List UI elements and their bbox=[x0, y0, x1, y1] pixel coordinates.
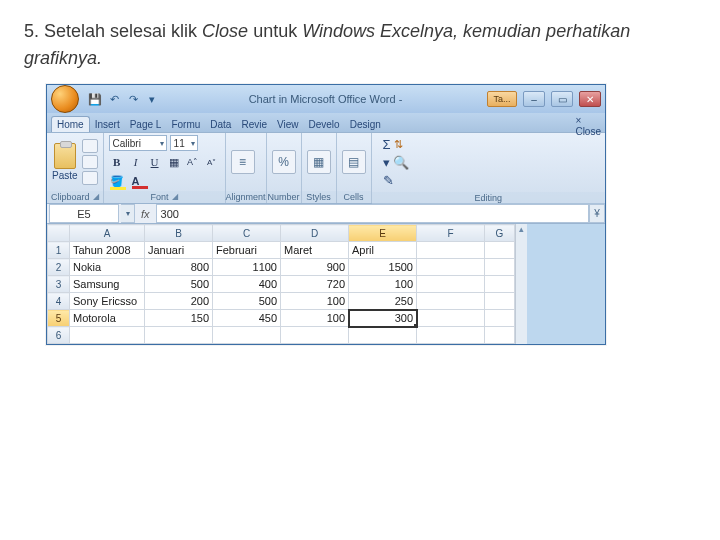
cell[interactable]: Tahun 2008 bbox=[70, 242, 145, 259]
cell[interactable]: 1100 bbox=[213, 259, 281, 276]
font-size-select[interactable]: 11 bbox=[170, 135, 198, 151]
styles-icon[interactable]: ▦ bbox=[307, 150, 331, 174]
cell[interactable] bbox=[417, 310, 485, 327]
copy-button[interactable] bbox=[82, 155, 98, 169]
redo-icon[interactable]: ↷ bbox=[125, 91, 141, 107]
tab-developer[interactable]: Develo bbox=[304, 117, 345, 132]
format-painter-button[interactable] bbox=[82, 171, 98, 185]
paste-button[interactable]: Paste bbox=[52, 143, 78, 181]
formula-bar-expand-icon[interactable]: ¥ bbox=[589, 204, 605, 223]
clear-icon[interactable]: ✎ bbox=[383, 173, 394, 188]
tab-insert[interactable]: Insert bbox=[90, 117, 125, 132]
cell[interactable]: 800 bbox=[145, 259, 213, 276]
font-name-select[interactable]: Calibri bbox=[109, 135, 167, 151]
grow-font-button[interactable]: A˄ bbox=[185, 154, 201, 170]
maximize-button[interactable]: ▭ bbox=[551, 91, 573, 107]
fill-icon[interactable]: ▾ bbox=[383, 155, 390, 170]
col-header-b[interactable]: B bbox=[145, 225, 213, 242]
cut-button[interactable] bbox=[82, 139, 98, 153]
cell[interactable]: Nokia bbox=[70, 259, 145, 276]
cell[interactable]: Sony Ericsso bbox=[70, 293, 145, 310]
cell[interactable]: Motorola bbox=[70, 310, 145, 327]
selected-cell[interactable]: 300 bbox=[349, 310, 417, 327]
tab-page-layout[interactable]: Page L bbox=[125, 117, 167, 132]
row-header-2[interactable]: 2 bbox=[48, 259, 70, 276]
cell[interactable]: 100 bbox=[281, 310, 349, 327]
name-box[interactable]: E5 bbox=[49, 204, 119, 223]
cell[interactable]: Februari bbox=[213, 242, 281, 259]
window-close-button[interactable]: ✕ bbox=[579, 91, 601, 107]
underline-button[interactable]: U bbox=[147, 154, 163, 170]
cell[interactable] bbox=[70, 327, 145, 344]
cell[interactable] bbox=[485, 242, 515, 259]
row-header-4[interactable]: 4 bbox=[48, 293, 70, 310]
tab-formulas[interactable]: Formu bbox=[166, 117, 205, 132]
fx-icon[interactable]: fx bbox=[135, 208, 156, 220]
border-button[interactable]: ▦ bbox=[166, 154, 182, 170]
ribbon-close-area[interactable]: × Close bbox=[575, 115, 601, 137]
cell[interactable] bbox=[417, 276, 485, 293]
cell[interactable] bbox=[485, 276, 515, 293]
cell[interactable] bbox=[485, 327, 515, 344]
undo-icon[interactable]: ↶ bbox=[106, 91, 122, 107]
alignment-icon[interactable]: ≡ bbox=[231, 150, 255, 174]
spreadsheet-grid[interactable]: A B C D E F G 1 Tahun 2008 Januari Febru… bbox=[47, 224, 515, 344]
shrink-font-button[interactable]: A˅ bbox=[204, 154, 220, 170]
cell[interactable]: 500 bbox=[213, 293, 281, 310]
save-icon[interactable]: 💾 bbox=[87, 91, 103, 107]
cell[interactable]: 150 bbox=[145, 310, 213, 327]
sort-filter-icon[interactable]: ⇅ bbox=[394, 138, 403, 151]
tab-data[interactable]: Data bbox=[205, 117, 236, 132]
number-format-icon[interactable]: % bbox=[272, 150, 296, 174]
office-button[interactable] bbox=[51, 85, 79, 113]
row-header-6[interactable]: 6 bbox=[48, 327, 70, 344]
cell[interactable] bbox=[281, 327, 349, 344]
cell[interactable]: 250 bbox=[349, 293, 417, 310]
cell[interactable]: April bbox=[349, 242, 417, 259]
cell[interactable]: 450 bbox=[213, 310, 281, 327]
row-header-3[interactable]: 3 bbox=[48, 276, 70, 293]
col-header-d[interactable]: D bbox=[281, 225, 349, 242]
cell[interactable] bbox=[417, 293, 485, 310]
cells-icon[interactable]: ▤ bbox=[342, 150, 366, 174]
minimize-button[interactable]: – bbox=[523, 91, 545, 107]
cell[interactable] bbox=[485, 259, 515, 276]
col-header-c[interactable]: C bbox=[213, 225, 281, 242]
tab-review[interactable]: Revie bbox=[236, 117, 272, 132]
ta-button[interactable]: Ta... bbox=[487, 91, 517, 107]
fill-color-button[interactable]: 🪣 bbox=[109, 173, 125, 189]
find-icon[interactable]: 🔍 bbox=[393, 155, 409, 170]
cell[interactable]: Januari bbox=[145, 242, 213, 259]
formula-input[interactable]: 300 bbox=[156, 204, 589, 223]
font-color-button[interactable]: A bbox=[128, 173, 144, 189]
cell[interactable] bbox=[417, 242, 485, 259]
name-box-dropdown-icon[interactable]: ▾ bbox=[121, 204, 135, 223]
col-header-a[interactable]: A bbox=[70, 225, 145, 242]
bold-button[interactable]: B bbox=[109, 154, 125, 170]
cell[interactable]: 100 bbox=[349, 276, 417, 293]
font-launcher-icon[interactable]: ◢ bbox=[172, 192, 178, 202]
tab-design[interactable]: Design bbox=[345, 117, 386, 132]
autosum-icon[interactable]: Σ bbox=[383, 137, 391, 152]
col-header-g[interactable]: G bbox=[485, 225, 515, 242]
col-header-e[interactable]: E bbox=[349, 225, 417, 242]
cell[interactable]: 1500 bbox=[349, 259, 417, 276]
qat-more-icon[interactable]: ▾ bbox=[144, 91, 160, 107]
clipboard-launcher-icon[interactable]: ◢ bbox=[93, 192, 99, 202]
vertical-scrollbar[interactable]: ▴ bbox=[515, 224, 527, 344]
cell[interactable]: Maret bbox=[281, 242, 349, 259]
cell[interactable] bbox=[417, 327, 485, 344]
cell[interactable]: 200 bbox=[145, 293, 213, 310]
cell[interactable]: 400 bbox=[213, 276, 281, 293]
cell[interactable]: 900 bbox=[281, 259, 349, 276]
italic-button[interactable]: I bbox=[128, 154, 144, 170]
cell[interactable]: 100 bbox=[281, 293, 349, 310]
row-header-1[interactable]: 1 bbox=[48, 242, 70, 259]
cell[interactable] bbox=[417, 259, 485, 276]
cell[interactable] bbox=[485, 293, 515, 310]
row-header-5[interactable]: 5 bbox=[48, 310, 70, 327]
cell[interactable] bbox=[145, 327, 213, 344]
cell[interactable]: Samsung bbox=[70, 276, 145, 293]
cell[interactable] bbox=[485, 310, 515, 327]
cell[interactable]: 720 bbox=[281, 276, 349, 293]
